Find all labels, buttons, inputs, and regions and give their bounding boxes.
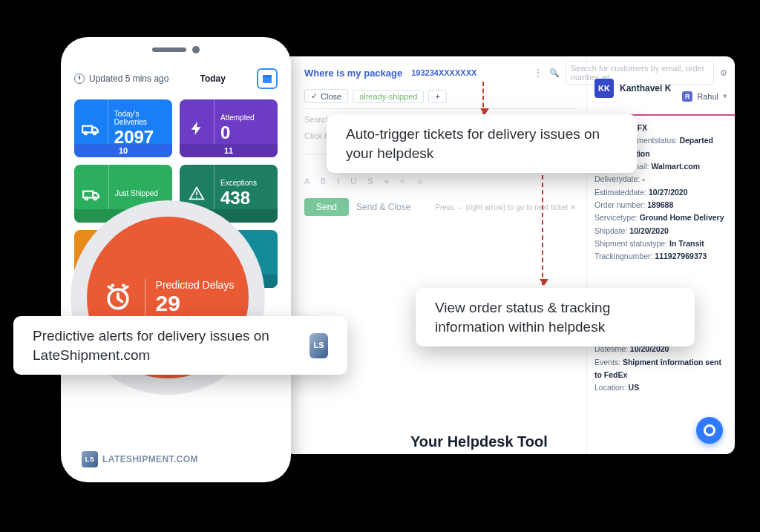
send-and-close-button[interactable]: Send & Close bbox=[356, 202, 410, 212]
helpdesk-caption: Your Helpdesk Tool bbox=[410, 433, 548, 450]
callout-auto-trigger: Auto-trigger tickets for delivery issues… bbox=[327, 114, 637, 173]
callout-predictive-alerts: Predictive alerts for delivery issues on… bbox=[13, 316, 347, 375]
svg-rect-5 bbox=[83, 191, 93, 198]
svg-rect-1 bbox=[263, 75, 272, 77]
arrow-to-view-callout bbox=[542, 175, 543, 285]
predicted-delays-value: 29 bbox=[156, 291, 235, 316]
ticket-title: Where is my package bbox=[304, 68, 402, 79]
alarm-clock-icon bbox=[102, 281, 134, 314]
svg-point-9 bbox=[196, 197, 197, 198]
callout-view-order: View order status & tracking information… bbox=[416, 288, 695, 347]
ticket-tracking-number: 193234XXXXXXX bbox=[411, 68, 476, 77]
svg-point-11 bbox=[111, 283, 114, 287]
lateshipment-logo-icon bbox=[309, 333, 328, 358]
svg-rect-2 bbox=[83, 126, 93, 133]
predicted-delays-label: Predicted Delays bbox=[156, 279, 235, 291]
card-attempted[interactable]: Attempted 0 11 bbox=[180, 99, 278, 157]
svg-point-12 bbox=[122, 283, 125, 287]
search-icon: 🔍 bbox=[549, 68, 560, 78]
date-label: Today bbox=[200, 73, 225, 84]
send-button[interactable]: Send bbox=[304, 198, 349, 216]
clock-icon bbox=[74, 73, 85, 84]
chat-icon bbox=[704, 424, 715, 436]
lateshipment-logo: LATESHIPMENT.COM bbox=[82, 451, 198, 467]
editor-toolbar[interactable]: A B I U S ≡ ⌗ ☺ bbox=[304, 177, 576, 186]
kebab-icon[interactable]: ⋮ bbox=[533, 67, 543, 79]
arrow-to-auto-callout bbox=[482, 82, 484, 114]
customer-avatar[interactable]: KK bbox=[594, 79, 614, 98]
updated-label: Updated 5 mins ago bbox=[89, 73, 168, 84]
chat-fab-button[interactable] bbox=[696, 417, 723, 444]
logo-icon bbox=[82, 451, 98, 467]
calendar-button[interactable] bbox=[257, 68, 278, 89]
next-ticket-hint: Press → (right arrow) to go to next tick… bbox=[435, 203, 576, 211]
card-todays-deliveries[interactable]: Today's Deliveries 2097 10 bbox=[74, 99, 172, 157]
customer-name: Kanthavel K bbox=[620, 83, 671, 93]
